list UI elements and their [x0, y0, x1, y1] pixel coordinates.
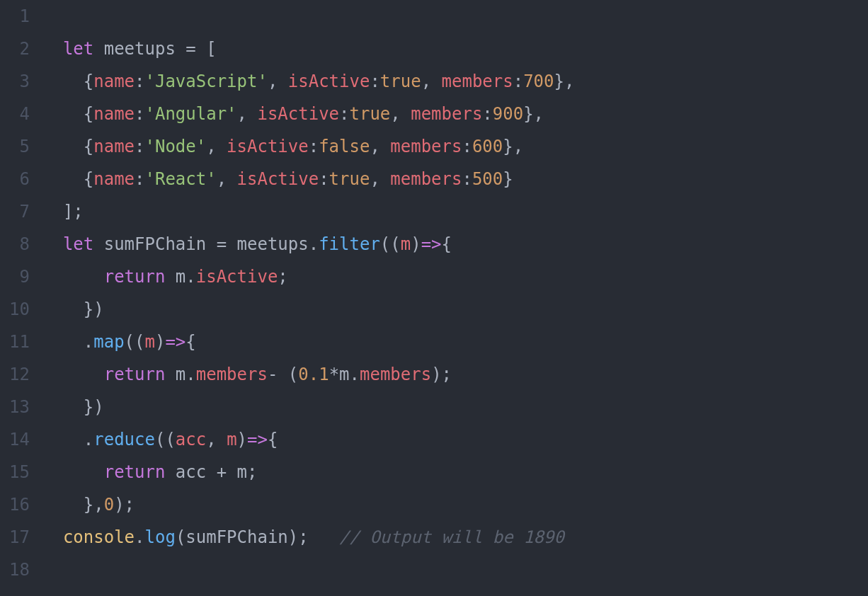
- code-token: members: [442, 71, 513, 91]
- line-number: 11: [0, 326, 30, 358]
- code-line[interactable]: ];: [42, 195, 574, 228]
- code-token: isActive: [288, 71, 370, 91]
- code-token: 'React': [145, 169, 217, 189]
- code-token: ,: [370, 137, 390, 156]
- code-editor[interactable]: 123456789101112131415161718 let meetups …: [0, 0, 868, 596]
- code-token: members: [390, 169, 462, 189]
- code-line[interactable]: let meetups = [: [42, 33, 574, 65]
- code-token: =: [217, 234, 227, 254]
- code-token: .: [42, 430, 93, 449]
- code-token: members: [390, 137, 462, 156]
- line-number: 5: [0, 130, 30, 163]
- code-token: :: [370, 71, 379, 91]
- code-token: return: [104, 267, 166, 287]
- code-token: :: [135, 71, 144, 91]
- code-token: [: [196, 39, 217, 59]
- line-number: 15: [0, 456, 30, 488]
- code-token: ): [155, 332, 165, 352]
- code-area[interactable]: let meetups = [ {name:'JavaScript', isAc…: [42, 0, 574, 596]
- code-token: }): [42, 397, 104, 417]
- code-token: ;: [278, 267, 287, 287]
- code-token: 'Node': [145, 137, 207, 156]
- code-token: ,: [421, 71, 442, 91]
- code-token: =: [185, 39, 195, 59]
- code-line[interactable]: .map((m)=>{: [42, 326, 574, 358]
- code-token: reduce: [93, 430, 155, 449]
- code-line[interactable]: return m.isActive;: [42, 260, 574, 293]
- code-token: let: [63, 234, 93, 254]
- code-token: name: [93, 137, 135, 156]
- code-token: ,: [237, 104, 258, 124]
- code-token: :: [462, 137, 472, 156]
- code-token: m.: [339, 365, 360, 384]
- code-token: ,: [206, 137, 227, 156]
- code-token: // Output will be 1890: [339, 527, 564, 547]
- code-token: ,: [206, 430, 227, 449]
- code-token: false: [319, 137, 370, 156]
- code-line[interactable]: {name:'JavaScript', isActive:true, membe…: [42, 65, 574, 98]
- code-token: );: [431, 365, 452, 384]
- code-token: },: [503, 137, 523, 156]
- code-token: ,: [370, 169, 390, 189]
- code-token: :: [482, 104, 492, 124]
- code-token: [42, 527, 63, 547]
- code-line[interactable]: {name:'Node', isActive:false, members:60…: [42, 130, 574, 163]
- line-number: 6: [0, 163, 30, 195]
- code-token: 500: [472, 169, 503, 189]
- line-number: 9: [0, 260, 30, 293]
- code-line[interactable]: }): [42, 391, 574, 423]
- code-token: ,: [268, 71, 288, 91]
- code-token: 'Angular': [145, 104, 237, 124]
- code-token: members: [411, 104, 482, 124]
- code-token: :: [135, 169, 144, 189]
- code-token: m.: [165, 365, 195, 384]
- code-token: :: [319, 169, 329, 189]
- line-number: 2: [0, 33, 30, 65]
- code-token: },: [554, 71, 575, 91]
- code-line[interactable]: [42, 554, 574, 586]
- code-line[interactable]: .reduce((acc, m)=>{: [42, 423, 574, 456]
- code-token: :: [135, 137, 144, 156]
- code-token: true: [329, 169, 370, 189]
- code-line[interactable]: {name:'Angular', isActive:true, members:…: [42, 98, 574, 130]
- code-token: members: [360, 365, 431, 384]
- code-line[interactable]: [42, 0, 574, 33]
- code-line[interactable]: console.log(sumFPChain); // Output will …: [42, 521, 574, 554]
- code-token: {: [185, 332, 195, 352]
- code-token: ((: [125, 332, 145, 352]
- code-token: isActive: [227, 137, 309, 156]
- code-line[interactable]: },0);: [42, 488, 574, 521]
- line-number: 10: [0, 293, 30, 326]
- code-token: ,: [217, 169, 237, 189]
- code-token: console: [63, 527, 135, 547]
- code-token: true: [350, 104, 391, 124]
- code-line[interactable]: }): [42, 293, 574, 326]
- code-token: (sumFPChain);: [176, 527, 339, 547]
- code-token: [42, 365, 104, 384]
- code-token: .: [42, 332, 93, 352]
- code-token: meetups: [93, 39, 185, 59]
- code-token: m.: [165, 267, 195, 287]
- code-token: meetups.: [227, 234, 319, 254]
- line-number: 12: [0, 358, 30, 391]
- line-number: 14: [0, 423, 30, 456]
- code-token: [42, 234, 63, 254]
- code-token: ((: [155, 430, 176, 449]
- code-token: - (: [268, 365, 298, 384]
- code-line[interactable]: {name:'React', isActive:true, members:50…: [42, 163, 574, 195]
- code-token: }: [503, 169, 513, 189]
- line-number: 16: [0, 488, 30, 521]
- code-token: :: [462, 169, 472, 189]
- code-token: name: [93, 104, 135, 124]
- code-token: },: [42, 495, 104, 515]
- code-token: 0: [104, 495, 114, 515]
- line-number: 4: [0, 98, 30, 130]
- code-token: m: [401, 234, 411, 254]
- code-line[interactable]: return m.members- (0.1*m.members);: [42, 358, 574, 391]
- code-line[interactable]: return acc + m;: [42, 456, 574, 488]
- code-token: ((: [380, 234, 401, 254]
- line-number: 13: [0, 391, 30, 423]
- code-line[interactable]: let sumFPChain = meetups.filter((m)=>{: [42, 228, 574, 260]
- code-token: return: [104, 462, 166, 482]
- code-token: m;: [227, 462, 257, 482]
